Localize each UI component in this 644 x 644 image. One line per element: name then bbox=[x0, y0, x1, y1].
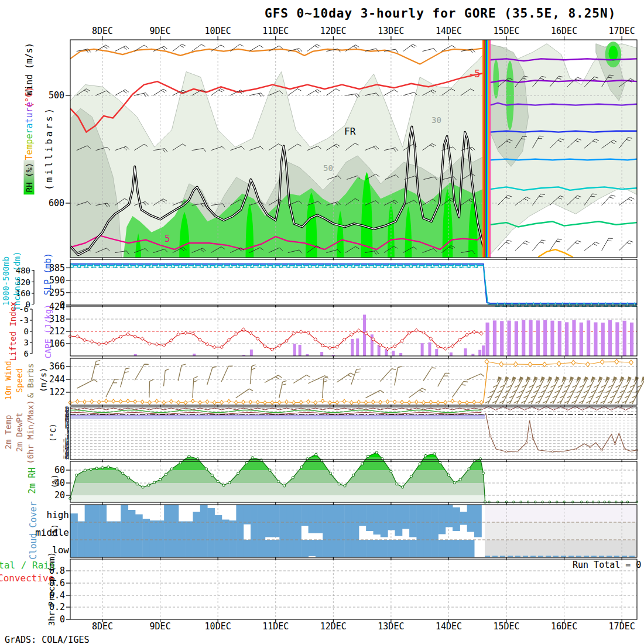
svg-text:9DEC: 9DEC bbox=[150, 621, 171, 632]
t2m-panel: 4644424038363432302826242220181614121086… bbox=[63, 405, 638, 460]
cape-label: CAPE (J/kg) bbox=[43, 304, 53, 359]
svg-text:3: 3 bbox=[24, 338, 29, 347]
t2m-label-3: (6hr Min/Max) bbox=[26, 400, 35, 464]
wind10m-label-1: 10m Wind bbox=[4, 361, 13, 400]
svg-text:12DEC: 12DEC bbox=[320, 621, 347, 632]
svg-text:20: 20 bbox=[54, 490, 65, 501]
gfs-meteogram: 4644424038363432302826242220181614121086… bbox=[0, 0, 644, 644]
precip-panel bbox=[70, 559, 637, 619]
freezing-level-contour-label: FR bbox=[344, 126, 355, 137]
cape-li-panel bbox=[68, 306, 637, 356]
temp-plus5-contour-label: 5 bbox=[165, 233, 170, 244]
svg-text:12DEC: 12DEC bbox=[320, 26, 347, 36]
rh50-contour-label: 50 bbox=[323, 163, 333, 173]
svg-text:11DEC: 11DEC bbox=[262, 621, 289, 632]
grads-footer: GrADS: COLA/IGES bbox=[5, 635, 90, 644]
cloud-cover-panel bbox=[70, 505, 637, 557]
svg-text:8DEC: 8DEC bbox=[92, 621, 113, 632]
millibars-axis-label: (millibars) bbox=[44, 106, 54, 190]
rh2m-label: 2m RH bbox=[27, 467, 37, 494]
rh-gradient-box: RH (%) bbox=[24, 160, 35, 195]
precip-axis-label: 3hr Precip (mm) bbox=[47, 552, 56, 626]
svg-text:0: 0 bbox=[60, 614, 65, 625]
svg-text:14DEC: 14DEC bbox=[436, 621, 462, 632]
page-title: GFS 0~10day 3-hourly for GORE (35.5E, 8.… bbox=[265, 6, 616, 20]
temperature-axis-label: Temperature bbox=[24, 102, 35, 160]
precip-convective-label: Convective bbox=[0, 573, 54, 584]
lifted-index-label: Lifted Index bbox=[8, 302, 18, 361]
rh30-contour-label: 30 bbox=[431, 115, 441, 125]
svg-text:15DEC: 15DEC bbox=[493, 621, 519, 632]
svg-text:14DEC: 14DEC bbox=[436, 26, 462, 36]
slp-label: SLP (mb) bbox=[43, 253, 53, 295]
svg-text:122: 122 bbox=[49, 387, 65, 398]
svg-text:366: 366 bbox=[49, 361, 65, 372]
meteogram-plot: 4644424038363432302826242220181614121086… bbox=[0, 0, 644, 644]
rh2m-pct-label: (%) bbox=[50, 474, 59, 488]
upper-air-panel bbox=[70, 40, 637, 258]
svg-text:15DEC: 15DEC bbox=[493, 26, 519, 36]
svg-text:13DEC: 13DEC bbox=[378, 26, 404, 36]
cloud-row-high: high bbox=[35, 509, 69, 520]
svg-text:6: 6 bbox=[24, 349, 29, 358]
t2m-label-degc: (°C) bbox=[49, 423, 57, 441]
wind10m-label-4: (m/s) bbox=[39, 368, 48, 392]
svg-text:17DEC: 17DEC bbox=[609, 26, 635, 36]
svg-text:10DEC: 10DEC bbox=[205, 26, 231, 36]
wind10m-panel bbox=[68, 358, 644, 405]
t2m-label-2: 2m DewPt bbox=[15, 412, 24, 451]
svg-text:16DEC: 16DEC bbox=[551, 621, 577, 632]
svg-text:8DEC: 8DEC bbox=[92, 26, 113, 36]
slp-thickness-panel bbox=[70, 259, 637, 306]
svg-text:600: 600 bbox=[49, 198, 64, 208]
run-total-text: Run Total = 0 bbox=[573, 560, 641, 570]
t2m-label-1: 2m Temp bbox=[4, 415, 13, 449]
svg-text:10DEC: 10DEC bbox=[205, 621, 231, 632]
wind10m-label-3: & Barbs bbox=[26, 363, 35, 398]
svg-text:244: 244 bbox=[49, 374, 65, 385]
rh-axis-label: RH (%) bbox=[23, 160, 35, 195]
wind10m-label-2: Speed bbox=[15, 368, 24, 393]
svg-text:9DEC: 9DEC bbox=[150, 26, 171, 36]
svg-text:-3: -3 bbox=[19, 316, 29, 325]
svg-text:0: 0 bbox=[24, 327, 29, 336]
svg-text:13DEC: 13DEC bbox=[378, 621, 404, 632]
thickness-label-1: 1000-500mb bbox=[1, 256, 11, 306]
svg-text:11DEC: 11DEC bbox=[262, 26, 289, 36]
svg-text:500: 500 bbox=[49, 90, 64, 101]
svg-text:17DEC: 17DEC bbox=[609, 621, 635, 632]
cloud-row-middle: middle bbox=[35, 527, 69, 538]
svg-text:-44: -44 bbox=[63, 456, 69, 460]
svg-text:16DEC: 16DEC bbox=[551, 26, 577, 36]
temp-minus5-contour-label: -5 bbox=[468, 68, 480, 80]
